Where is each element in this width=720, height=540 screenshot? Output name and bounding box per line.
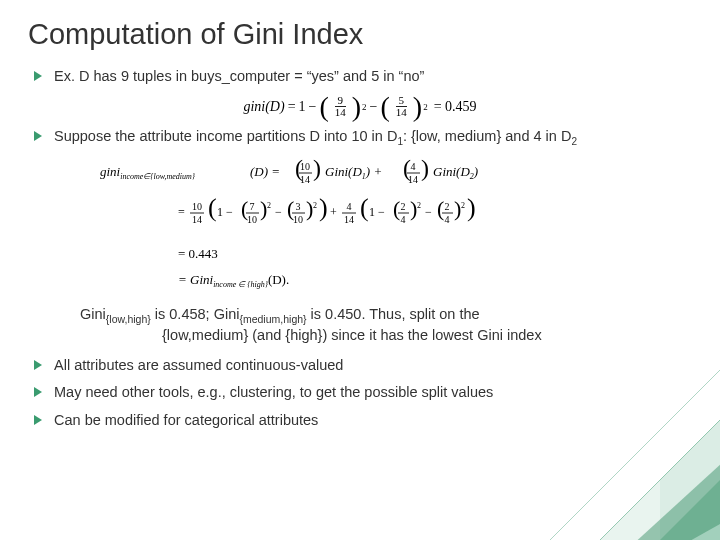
svg-text:): ) (421, 156, 429, 181)
gini-conclusion: Gini{low,high} is 0.458; Gini{medium,hig… (28, 305, 692, 346)
bullet-1-text-b: and 5 in (339, 68, 399, 84)
gini-label-2: is 0.458; Gini (151, 306, 240, 322)
bullet-4: May need other tools, e.g., clustering, … (32, 383, 692, 403)
svg-text:3: 3 (296, 201, 301, 212)
eq1-exp2: 2 (423, 102, 428, 112)
eq1-rhs: = 0.459 (434, 99, 477, 115)
eq1-minus-2: − (370, 99, 378, 115)
svg-text:2: 2 (417, 201, 421, 210)
svg-text:giniincome∈{low,medium}: giniincome∈{low,medium} (100, 164, 196, 181)
eq1-lhs: gini(D) (243, 99, 284, 115)
svg-text:4: 4 (411, 161, 416, 172)
svg-text:(: ( (208, 193, 217, 222)
svg-text:1 −: 1 − (369, 205, 385, 219)
bullet-1: Ex. D has 9 tuples in buys_computer = “y… (32, 67, 692, 87)
svg-text:10: 10 (293, 214, 303, 225)
svg-text:(: ( (360, 193, 369, 222)
slide-title: Computation of Gini Index (28, 18, 692, 51)
bullet-1-no: “no” (399, 68, 425, 84)
svg-text:10: 10 (192, 201, 202, 212)
svg-text:(: ( (393, 196, 400, 221)
bullet-1-yes: “yes” (307, 68, 339, 84)
bullet-2: Suppose the attribute income partitions … (32, 127, 692, 148)
svg-text:4: 4 (401, 214, 406, 225)
svg-text:7: 7 (250, 201, 255, 212)
svg-text:14: 14 (192, 214, 202, 225)
gini-label-1: Gini (80, 306, 106, 322)
svg-text:= Giniincome ∈ {high}(D).: = Giniincome ∈ {high}(D). (178, 272, 289, 289)
svg-text:= 0.443: = 0.443 (178, 246, 218, 261)
svg-text:−: − (425, 205, 432, 219)
eq1-one: 1 (299, 99, 306, 115)
svg-text:Gini(D2): Gini(D2) (433, 164, 478, 181)
eq1-den2: 14 (393, 107, 410, 119)
gini-label-3: is 0.450. Thus, split on the (307, 306, 480, 322)
bullet-2-text-b: : {low, medium} and 4 in D (403, 128, 571, 144)
svg-text:2: 2 (267, 201, 271, 210)
svg-text:2: 2 (461, 201, 465, 210)
svg-text:14: 14 (408, 174, 418, 185)
svg-text:Gini(D1) +: Gini(D1) + (325, 164, 382, 181)
equation-gini-d: gini(D) = 1 − ( 914 )2 − ( 514 )2 = 0.45… (28, 95, 692, 119)
bullet-3: All attributes are assumed continuous-va… (32, 356, 692, 376)
svg-text:2: 2 (445, 201, 450, 212)
eq1-minus-1: − (309, 99, 317, 115)
equation-gini-income: giniincome∈{low,medium} (D) = ( 10 14 ) … (90, 156, 630, 301)
svg-text:): ) (319, 193, 328, 222)
eq1-den1: 14 (332, 107, 349, 119)
svg-text:14: 14 (300, 174, 310, 185)
bullet-1-text-a: Ex. D has 9 tuples in buys_computer = (54, 68, 307, 84)
eq1-equals: = (288, 99, 296, 115)
bullet-2-sub2: 2 (571, 136, 577, 147)
svg-text:2: 2 (401, 201, 406, 212)
svg-text:14: 14 (344, 214, 354, 225)
svg-text:(D) =: (D) = (250, 164, 280, 179)
bullet-2-text-a: Suppose the attribute income partitions … (54, 128, 397, 144)
svg-text:(: ( (437, 196, 444, 221)
eq1-exp1: 2 (362, 102, 367, 112)
svg-text:4: 4 (445, 214, 450, 225)
svg-text:10: 10 (300, 161, 310, 172)
svg-text:+: + (330, 205, 337, 219)
svg-text:): ) (313, 156, 321, 181)
gini-sub-1: {low,high} (106, 313, 151, 325)
svg-text:=: = (178, 205, 185, 219)
svg-text:2: 2 (313, 201, 317, 210)
bullet-5: Can be modified for categorical attribut… (32, 411, 692, 431)
gini-label-4: {low,medium} (and {high}) since it has t… (80, 326, 692, 346)
svg-text:−: − (275, 205, 282, 219)
svg-text:): ) (467, 193, 476, 222)
svg-text:10: 10 (247, 214, 257, 225)
svg-text:1 −: 1 − (217, 205, 233, 219)
svg-text:4: 4 (347, 201, 352, 212)
gini-sub-2: {medium,high} (239, 313, 306, 325)
